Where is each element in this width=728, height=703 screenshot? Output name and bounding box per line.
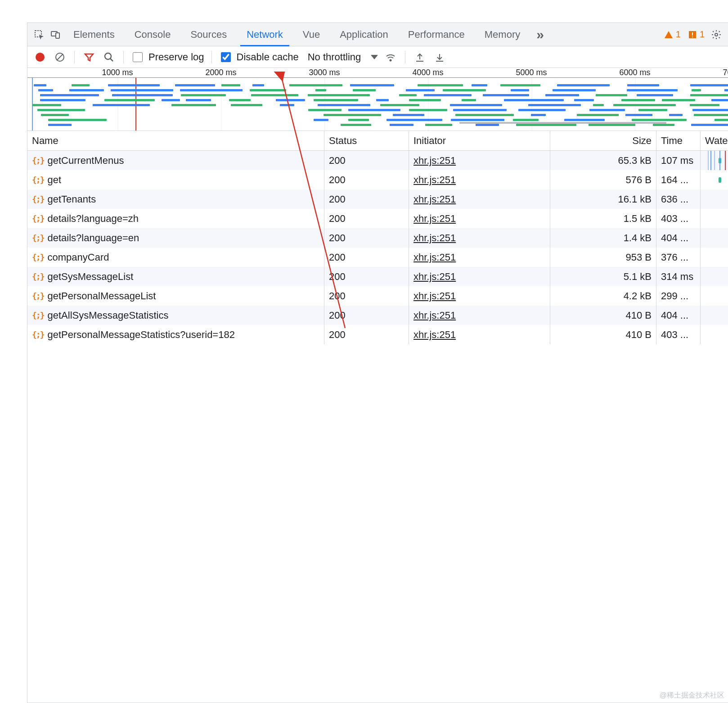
timeline-bar [483,94,529,96]
table-row[interactable]: {;}getCurrentMenus200xhr.js:25165.3 kB10… [27,151,728,170]
table-row[interactable]: {;}getSysMessageList200xhr.js:2515.1 kB3… [27,267,728,286]
waterfall-cell [705,286,728,306]
request-name: companyCard [48,252,109,263]
timeline-bar [32,104,61,106]
request-status: 200 [329,310,346,321]
tab-sources[interactable]: Sources [181,23,236,46]
tab-elements[interactable]: Elements [64,23,124,46]
request-time: 404 ... [661,232,688,244]
json-icon: {;} [32,194,44,204]
request-initiator[interactable]: xhr.js:251 [413,329,456,341]
search-icon[interactable] [102,50,116,64]
timeline-bar [409,99,441,101]
col-size[interactable]: Size [550,131,656,150]
settings-gear-icon[interactable] [709,27,724,42]
request-name: getSysMessageList [48,271,134,283]
request-initiator[interactable]: xhr.js:251 [413,252,456,263]
col-status[interactable]: Status [324,131,409,150]
table-row[interactable]: {;}get200xhr.js:251576 B164 ... [27,170,728,189]
timeline-bar [715,119,728,121]
timeline-overview[interactable]: 1000 ms2000 ms3000 ms4000 ms5000 ms6000 … [27,68,728,131]
svg-point-13 [390,59,391,61]
timeline-bar [691,124,728,126]
waterfall-cell [705,189,728,209]
upload-har-icon[interactable] [413,50,427,64]
request-initiator[interactable]: xhr.js:251 [413,174,456,186]
svg-line-10 [57,54,63,60]
timeline-bar [376,99,389,101]
tab-console[interactable]: Console [126,23,180,46]
timeline-bar [424,94,472,96]
preserve-log-input[interactable] [133,52,143,62]
json-icon: {;} [32,330,44,339]
table-row[interactable]: {;}getPersonalMessageList200xhr.js:2514.… [27,286,728,306]
col-name[interactable]: Name [27,131,324,150]
timeline-bar [627,89,678,91]
table-row[interactable]: {;}details?language=zh200xhr.js:2511.5 k… [27,209,728,228]
tabs-overflow-icon[interactable]: » [531,27,549,42]
disable-cache-checkbox[interactable]: Disable cache [219,51,299,63]
request-initiator[interactable]: xhr.js:251 [413,290,456,302]
timeline-bar [627,84,659,86]
clear-icon[interactable] [53,50,67,64]
network-conditions-icon[interactable] [383,50,398,64]
request-initiator[interactable]: xhr.js:251 [413,194,456,205]
request-status: 200 [329,252,346,263]
request-initiator[interactable]: xhr.js:251 [413,213,456,225]
timeline-bar [308,109,342,111]
table-row[interactable]: {;}getPersonalMessageStatistics?userid=1… [27,325,728,344]
col-time[interactable]: Time [656,131,701,150]
tab-memory[interactable]: Memory [476,23,529,46]
tab-vue[interactable]: Vue [294,23,329,46]
record-icon[interactable] [33,50,47,64]
timeline-bar [308,94,369,96]
timeline-bar [577,114,618,116]
throttling-select[interactable]: No throttling [304,51,378,63]
svg-rect-5 [692,36,693,37]
warnings-count[interactable]: 1 [664,29,681,40]
request-time: 314 ms [661,271,693,283]
table-row[interactable]: {;}getTenants200xhr.js:25116.1 kB636 ... [27,189,728,209]
table-header: Name Status Initiator Size Time Waterfal… [27,131,728,151]
inspect-icon[interactable] [32,27,46,42]
col-waterfall[interactable]: Waterfall [701,131,728,150]
timeline-bar [518,109,565,111]
timeline-bar [314,99,358,101]
request-name: getPersonalMessageStatistics?userid=182 [48,329,235,341]
issues-count[interactable]: 1 [688,29,705,40]
request-status: 200 [329,329,346,341]
col-initiator[interactable]: Initiator [409,131,550,150]
svg-rect-4 [692,32,693,36]
timeline-bar [108,84,160,86]
table-row[interactable]: {;}details?language=en200xhr.js:2511.4 k… [27,228,728,248]
request-initiator[interactable]: xhr.js:251 [413,310,456,321]
timeline-bar [690,104,719,106]
tab-performance[interactable]: Performance [399,23,474,46]
waterfall-cell [705,267,728,286]
download-har-icon[interactable] [432,50,447,64]
request-initiator[interactable]: xhr.js:251 [413,155,456,167]
request-initiator[interactable]: xhr.js:251 [413,232,456,244]
timeline-bar [528,104,580,106]
tab-network[interactable]: Network [238,23,292,46]
table-row[interactable]: {;}getAllSysMessageStatistics200xhr.js:2… [27,306,728,325]
timeline-bar [276,99,305,101]
request-name: details?language=zh [48,213,139,225]
request-status: 200 [329,194,346,205]
disable-cache-input[interactable] [221,52,231,62]
timeline-bar [399,94,416,96]
timeline-bar [450,104,502,106]
timeline-tick: 6000 ms [619,68,650,77]
table-row[interactable]: {;}companyCard200xhr.js:251953 B376 ... [27,248,728,267]
timeline-bar [545,94,579,96]
preserve-log-checkbox[interactable]: Preserve log [131,51,204,63]
timeline-tick: 5000 ms [516,68,547,77]
timeline-bar [48,119,107,121]
device-icon[interactable] [48,27,63,42]
timeline-bar [221,84,240,86]
request-time: 404 ... [661,310,688,321]
request-initiator[interactable]: xhr.js:251 [413,271,456,283]
request-time: 299 ... [661,290,688,302]
filter-icon[interactable] [82,50,96,64]
tab-application[interactable]: Application [331,23,397,46]
